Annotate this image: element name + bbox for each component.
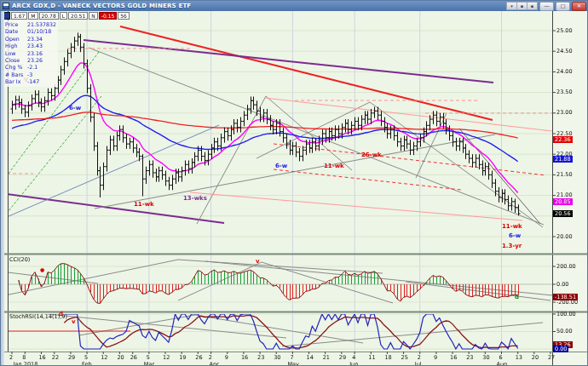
date-tick: 25 [401, 354, 408, 361]
info-row: # Bars-3 [5, 71, 56, 78]
quote-cell-3: L [60, 12, 67, 20]
info-row: Open23.34 [5, 36, 56, 43]
chart-annotation-26-wk: 26-wk [361, 152, 382, 158]
close-button[interactable]: ✕ [572, 2, 586, 11]
date-tick: 16 [241, 354, 248, 361]
date-tick: 23 [466, 354, 473, 361]
chart-window: ARCX GDX,D - VANECK VECTORS GOLD MINERS … [0, 0, 588, 366]
date-tick: 26 [195, 354, 202, 361]
price-axis-tick: 23.00 [556, 110, 573, 116]
date-tick: 21 [323, 354, 330, 361]
cci-axis-tick: 200.00 [556, 264, 576, 270]
date-month-label: Jun [349, 361, 358, 366]
tool-button-1[interactable]: ▾ [507, 3, 517, 9]
chart-annotation-11-wk: 11-wk [324, 163, 344, 169]
date-tick: 19 [179, 354, 186, 361]
date-tick: 12 [163, 354, 170, 361]
titlebar[interactable]: ARCX GDX,D - VANECK VECTORS GOLD MINERS … [1, 1, 588, 11]
date-tick: 7 [290, 354, 293, 361]
price-chart-canvas[interactable] [1, 1, 588, 366]
date-tick: 14 [307, 354, 314, 361]
quote-cell-4: 20.51 [68, 12, 88, 20]
quote-cell-7: 56 [118, 12, 130, 20]
chart-annotation-6-w: 6-w [69, 105, 81, 112]
bar-info-panel: Price21.537832Date01/10/18Open23.34High2… [3, 20, 58, 87]
date-tick: 18 [384, 354, 391, 361]
date-month-label: Apr [209, 361, 218, 366]
tool-button-2[interactable]: ▪ [517, 3, 527, 9]
price-marker-20.85: 20.85 [553, 198, 573, 205]
titlebar-tool-buttons[interactable]: ▾ ▪ ▪ [506, 2, 538, 10]
chart-annotation-v: v [72, 318, 76, 325]
app-icon [3, 3, 9, 9]
price-axis-tick: 20.00 [556, 234, 573, 240]
quote-cell-0: 1.67 [11, 12, 27, 20]
chart-annotation-●: ● [40, 266, 44, 272]
info-row: High23.43 [5, 43, 56, 49]
price-marker-20.56: 20.56 [553, 210, 573, 217]
quote-cell-5: N [89, 12, 98, 20]
date-month-label: May [287, 361, 298, 366]
date-tick: 29 [68, 354, 75, 361]
date-tick: 30 [274, 354, 280, 361]
chart-annotation-6-w: 6-w [275, 163, 287, 169]
info-row: Price21.537832 [5, 21, 56, 28]
price-marker-21.88: 21.88 [553, 156, 573, 163]
date-tick: 29 [339, 354, 346, 361]
chart-annotation-1.3-yr: 1.3-yr [502, 243, 522, 249]
chart-annotation-6-w: 6-w [509, 232, 521, 239]
date-tick: 30 [482, 354, 489, 361]
date-tick: 22 [52, 354, 59, 361]
stoch-axis-tick: 100.00 [556, 312, 576, 317]
date-tick: 2 [418, 354, 421, 361]
chart-annotation-13-wks: 13-wks [183, 195, 207, 202]
price-axis-tick: 24.00 [556, 69, 573, 75]
date-month-label: Jan 2018 [14, 361, 38, 366]
info-row: Bar Ix-147 [5, 78, 56, 85]
left-frame-strip [1, 11, 4, 366]
date-tick: 20 [532, 354, 539, 361]
date-tick: 16 [450, 354, 457, 361]
restore-button[interactable]: □ [556, 2, 570, 11]
date-tick: 2 [9, 354, 13, 361]
date-tick: 5 [84, 354, 88, 361]
tool-button-3[interactable]: ▪ [527, 3, 537, 9]
price-marker-22.36: 22.36 [553, 136, 573, 143]
date-month-label: Mar [144, 361, 154, 366]
date-tick: 2 [209, 354, 212, 361]
date-tick: 26 [130, 354, 137, 361]
date-tick: 8 [22, 354, 26, 361]
date-tick: 9 [225, 354, 228, 361]
date-tick: 12 [101, 354, 107, 361]
quote-row: 1.67M20.78L20.51N-0.1556 [3, 12, 130, 20]
date-tick: 5 [147, 354, 150, 361]
info-row: Low23.16 [5, 50, 56, 57]
date-tick: 23 [257, 354, 264, 361]
cci-axis-tick: -200.00 [556, 300, 578, 306]
chart-annotation-v: v [256, 258, 260, 265]
date-tick: 4 [352, 354, 355, 361]
date-tick: 6 [499, 354, 503, 361]
info-row: Close23.26 [5, 57, 56, 64]
date-month-label: Feb [82, 361, 92, 366]
quote-cell-1: M [28, 12, 37, 20]
date-month-label: Aug [497, 361, 508, 366]
minimize-button[interactable]: — [539, 2, 554, 11]
date-tick: 13 [516, 354, 522, 361]
date-tick: 20 [117, 354, 124, 361]
price-axis-tick: 24.50 [556, 49, 573, 54]
chart-annotation-11-wk: 11-wk [502, 223, 522, 230]
price-axis-tick: 21.50 [556, 172, 573, 178]
date-tick: 11 [368, 354, 375, 361]
date-tick: 16 [38, 354, 45, 361]
price-axis-tick: 23.50 [556, 89, 573, 95]
quote-cell-6: -0.15 [99, 12, 118, 20]
chart-annotation-d: d [59, 311, 63, 317]
window-title: ARCX GDX,D - VANECK VECTORS GOLD MINERS … [12, 3, 191, 9]
date-tick: 9 [434, 354, 437, 361]
date-tick: 27 [548, 354, 555, 361]
chart-annotation-11-wk: 11-wk [134, 201, 154, 208]
quote-cell-2: 20.78 [39, 12, 59, 20]
cci-panel-label: CCI(20) [9, 256, 30, 263]
cci-axis-tick: 0.00 [556, 282, 568, 288]
